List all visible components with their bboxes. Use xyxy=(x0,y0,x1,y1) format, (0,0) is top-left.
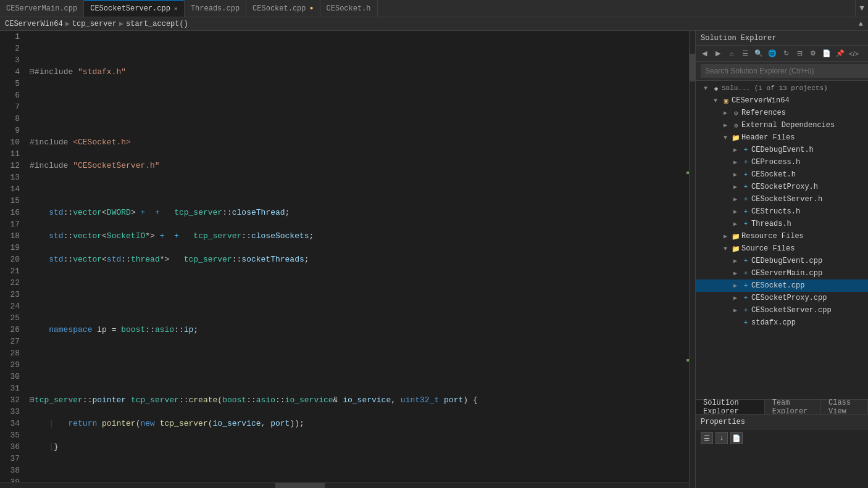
expand-icon: ▶ xyxy=(730,196,740,203)
properties-title: Properties xyxy=(701,418,745,426)
refresh-button[interactable]: ↻ xyxy=(780,48,792,60)
line-7 xyxy=(30,183,682,195)
tab-cesocket-cpp[interactable]: CESocket.cpp ● xyxy=(246,0,320,17)
source-files-label: Source Files xyxy=(741,244,868,253)
file-label: CESocketServer.h xyxy=(751,195,868,204)
file-label: CESocketProxy.h xyxy=(751,183,868,191)
line-14 xyxy=(30,347,682,359)
panel-tab-bar: Solution Explorer Team Explorer Class Vi… xyxy=(696,399,868,414)
tree-file-cedebugevent-h[interactable]: ▶ + CEDebugEvent.h xyxy=(696,144,868,156)
project-ceserverwin64[interactable]: ▼ ▣ CEServerWin64 xyxy=(696,94,868,107)
tab-class-view[interactable]: Class View xyxy=(821,400,868,414)
file-label: CEStructs.h xyxy=(751,207,868,216)
line-8: std::vector<DWORD> + + tcp_server::close… xyxy=(30,207,682,218)
h-scroll-thumb[interactable] xyxy=(275,483,325,488)
prop-page-button[interactable]: 📄 xyxy=(730,432,743,444)
file-label: CESocketServer.cpp xyxy=(751,306,868,315)
tree-file-cestructs-h[interactable]: ▶ + CEStructs.h xyxy=(696,205,868,218)
tree-file-threads-h[interactable]: ▶ + Threads.h xyxy=(696,218,868,230)
pin-button[interactable]: 📌 xyxy=(834,48,846,60)
tree-file-cesocketproxy-h[interactable]: ▶ + CESocketProxy.h xyxy=(696,181,868,193)
horizontal-scrollbar[interactable] xyxy=(0,482,689,488)
line-2: ⊟#include "stdafx.h" xyxy=(30,66,682,78)
tree-file-cesocketserver-cpp[interactable]: ▶ + CESocketServer.cpp xyxy=(696,304,868,316)
tree-file-cesocketserver-h[interactable]: ▶ + CESocketServer.h xyxy=(696,193,868,205)
tab-overflow-button[interactable]: ▼ xyxy=(855,0,868,17)
external-deps-label: External Dependencies xyxy=(741,121,868,130)
h-file-icon: + xyxy=(740,208,751,215)
line-18: |} xyxy=(30,441,682,453)
prop-alphabetical-button[interactable]: ↓ xyxy=(716,432,728,444)
file-label: CEDebugEvent.h xyxy=(751,146,868,154)
file-label: CEServerMain.cpp xyxy=(751,269,868,278)
solution-explorer-header: Solution Explorer xyxy=(696,31,868,46)
globe-icon[interactable]: 🌐 xyxy=(766,48,778,60)
tree-source-files[interactable]: ▼ 📁 Source Files xyxy=(696,242,868,255)
tab-ceservermain[interactable]: CEServerMain.cpp xyxy=(0,0,84,17)
tree-external-deps[interactable]: ▶ ⚙ External Dependencies xyxy=(696,119,868,131)
line-12 xyxy=(30,300,682,312)
list-view-button[interactable]: ☰ xyxy=(739,48,751,60)
line-16: ⊟tcp_server::pointer tcp_server::create(… xyxy=(30,394,682,406)
tree-file-cesocketproxy-cpp[interactable]: ▶ + CESocketProxy.cpp xyxy=(696,292,868,304)
tab-team-explorer[interactable]: Team Explorer xyxy=(765,400,821,414)
breadcrumb-bar: CEServerWin64 ▶ tcp_server ▶ start_accep… xyxy=(0,17,868,31)
line-6: #include "CESocketServer.h" xyxy=(30,160,682,172)
folder-icon: 📁 xyxy=(730,245,741,253)
cpp-file-icon: + xyxy=(740,257,751,265)
tree-resource-files[interactable]: ▶ 📁 Resource Files xyxy=(696,230,868,242)
cpp-file-icon: + xyxy=(740,319,751,326)
solution-search-input[interactable] xyxy=(701,64,868,78)
tree-header-files[interactable]: ▼ 📁 Header Files xyxy=(696,131,868,144)
solution-root[interactable]: ▼ ◈ Solu... (1 of 13 projects) xyxy=(696,82,868,94)
folder-icon: 📁 xyxy=(730,134,741,142)
h-file-icon: + xyxy=(740,196,751,203)
line-17: | return pointer(new tcp_server(io_servi… xyxy=(30,418,682,429)
code-scroll-area[interactable]: 12345 678910 1112131415 1617181920 21222… xyxy=(0,31,689,482)
code-view-button[interactable]: </> xyxy=(848,48,860,60)
tree-file-ceservermain-cpp[interactable]: ▶ + CEServerMain.cpp xyxy=(696,267,868,279)
tab-solution-explorer[interactable]: Solution Explorer xyxy=(696,400,765,414)
expand-icon: ▼ xyxy=(720,246,730,252)
collapse-button[interactable]: ⊟ xyxy=(793,48,806,60)
show-files-button[interactable]: 📄 xyxy=(820,48,833,60)
back-button[interactable]: ◀ xyxy=(698,48,711,60)
editor-scroll-up[interactable]: ▲ xyxy=(859,20,863,28)
solution-explorer-panel: Solution Explorer ◀ ▶ ⌂ ☰ 🔍 🌐 ↻ ⊟ ⚙ 📄 📌 … xyxy=(695,31,868,488)
prop-categorized-button[interactable]: ☰ xyxy=(701,432,713,444)
line-4 xyxy=(30,113,682,125)
expand-icon: ▶ xyxy=(730,282,740,289)
h-file-icon: + xyxy=(740,220,751,228)
tab-cesocket-h[interactable]: CESocket.h xyxy=(320,0,378,17)
line-15 xyxy=(30,371,682,383)
solution-explorer-title: Solution Explorer xyxy=(701,34,776,43)
tab-cesocketserver[interactable]: CESocketServer.cpp ✕ xyxy=(84,0,185,17)
home-button[interactable]: ⌂ xyxy=(725,48,738,60)
tab-close-icon[interactable]: ✕ xyxy=(174,5,178,12)
file-label: CESocketProxy.cpp xyxy=(751,294,868,302)
expand-icon: ▼ xyxy=(711,97,720,104)
main-area: 12345 678910 1112131415 1617181920 21222… xyxy=(0,31,868,488)
v-scroll-thumb[interactable] xyxy=(690,54,696,81)
code-content[interactable]: ⊟#include "stdafx.h" #include <CESocket.… xyxy=(25,31,686,482)
tree-file-cesocket-cpp[interactable]: ▶ + CESocket.cpp xyxy=(696,279,868,292)
expand-icon: ▶ xyxy=(730,183,740,191)
tab-threads[interactable]: Threads.cpp xyxy=(185,0,246,17)
tree-file-cesocket-h[interactable]: ▶ + CESocket.h xyxy=(696,168,868,181)
vertical-scrollbar[interactable] xyxy=(689,31,695,488)
line-3 xyxy=(30,89,682,101)
forward-button[interactable]: ▶ xyxy=(712,48,724,60)
tree-file-cedebugevent-cpp[interactable]: ▶ + CEDebugEvent.cpp xyxy=(696,255,868,267)
external-deps-icon: ⚙ xyxy=(730,122,741,130)
breadcrumb-project[interactable]: CEServerWin64 xyxy=(5,20,63,28)
properties-button[interactable]: ⚙ xyxy=(807,48,819,60)
tree-file-stdafx-cpp[interactable]: ▶ + stdafx.cpp xyxy=(696,316,868,329)
properties-header: Properties xyxy=(696,415,868,429)
tree-file-ceprocess-h[interactable]: ▶ + CEProcess.h xyxy=(696,156,868,168)
tree-references[interactable]: ▶ ⚙ References xyxy=(696,107,868,119)
line-11 xyxy=(30,277,682,289)
breadcrumb-class[interactable]: tcp_server xyxy=(72,20,117,28)
breadcrumb-method[interactable]: start_accept() xyxy=(126,20,188,28)
line-10: std::vector<std::thread*> tcp_server::so… xyxy=(30,254,682,265)
filter-button[interactable]: 🔍 xyxy=(753,48,765,60)
